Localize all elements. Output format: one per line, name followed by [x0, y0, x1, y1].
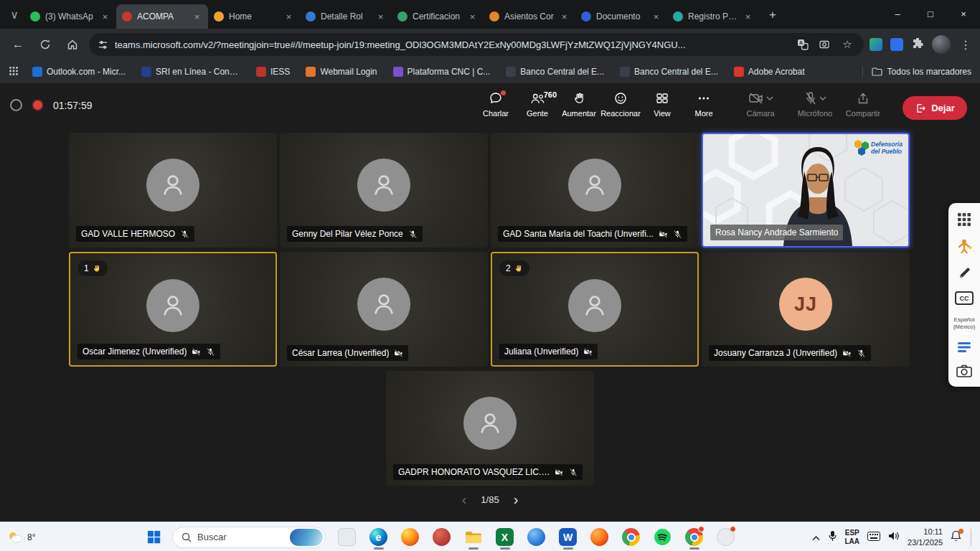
camera-capture-button[interactable] — [955, 364, 974, 377]
extension-icon[interactable] — [890, 38, 903, 51]
new-tab-button[interactable]: + — [763, 6, 782, 24]
blue-app-icon[interactable] — [524, 524, 549, 550]
bookmark-outlook[interactable]: Outlook.com - Micr... — [26, 63, 132, 80]
window-maximize-button[interactable]: □ — [914, 0, 947, 27]
tab-close-button[interactable]: × — [283, 11, 294, 22]
bookmark-banco-central-1[interactable]: Banco Central del E... — [499, 63, 611, 80]
bookmark-cnc[interactable]: Plataforma CNC | C... — [387, 63, 497, 80]
notification-bell[interactable] — [951, 530, 961, 545]
start-button[interactable] — [141, 525, 166, 550]
address-bar[interactable]: teams.microsoft.com/v2/?meetingjoin=true… — [89, 33, 864, 56]
participant-tile[interactable]: César Larrea (Unverified) — [280, 252, 488, 367]
tab-registro[interactable]: Registro Pag × — [667, 4, 759, 29]
show-desktop-button[interactable] — [971, 529, 973, 546]
tab-home[interactable]: Home × — [208, 4, 300, 29]
device-controls: Cámara Micrófono Compartir — [733, 90, 884, 129]
clock[interactable]: 10:11 23/1/2025 — [908, 527, 943, 547]
react-button[interactable]: Reaccionar — [600, 90, 641, 129]
notes-button[interactable] — [955, 342, 974, 353]
previous-page-button[interactable]: ‹ — [462, 492, 467, 507]
task-view-icon[interactable] — [334, 524, 359, 550]
bookmark-sri[interactable]: SRI en Línea - Cons... — [135, 63, 247, 80]
extensions-puzzle-icon[interactable] — [911, 37, 924, 52]
share-button[interactable]: Compartir — [842, 90, 884, 129]
participant-tile[interactable]: 1 Oscar Jimenez (Unverified) — [69, 252, 277, 367]
search-daily-image[interactable] — [290, 529, 323, 546]
tab-detalle-rol[interactable]: Detalle Rol × — [300, 4, 392, 29]
home-button[interactable] — [62, 34, 83, 55]
raise-hand-button[interactable]: Aumentar — [558, 90, 600, 129]
chevron-down-icon[interactable] — [819, 96, 826, 100]
site-info-icon[interactable] — [98, 39, 108, 50]
red-app-icon[interactable] — [429, 524, 454, 550]
touch-keyboard-icon[interactable] — [867, 531, 880, 544]
tab-close-button[interactable]: × — [559, 11, 570, 22]
bookmark-adobe[interactable]: Adobe Acrobat — [727, 63, 811, 80]
browser-menu-icon[interactable]: ⋮ — [958, 38, 973, 52]
chrome-active-icon[interactable] — [682, 524, 707, 550]
tab-search-icon[interactable]: ∨ — [6, 6, 23, 23]
participant-tile[interactable]: GADPR HONORATO VASQUEZ LIC. VI... — [386, 371, 594, 486]
participant-tile[interactable]: JJ Josuany Carranza J (Unverified) — [702, 252, 910, 367]
closed-captions-button[interactable]: CC — [955, 291, 974, 305]
window-close-button[interactable]: × — [947, 0, 980, 27]
tab-whatsapp[interactable]: (3) WhatsAp × — [24, 4, 116, 29]
participant-tile[interactable]: Genny Del Pilar Vélez Ponce — [280, 133, 488, 248]
translate-icon[interactable]: A — [795, 37, 811, 52]
firefox-icon[interactable] — [397, 524, 423, 550]
bookmark-star-icon[interactable]: ☆ — [839, 37, 855, 52]
bookmark-webmail[interactable]: Webmail Login — [299, 63, 383, 80]
profile-avatar[interactable] — [932, 35, 951, 54]
tab-acompa-active[interactable]: ACOMPA × — [116, 4, 208, 29]
bookmark-banco-central-2[interactable]: Banco Central del E... — [613, 63, 725, 80]
all-bookmarks[interactable]: Todos los marcadores — [862, 67, 971, 77]
people-button[interactable]: 760 Gente — [517, 90, 558, 129]
tab-asientos[interactable]: Asientos Cor × — [484, 4, 575, 29]
hidden-icons-chevron[interactable] — [812, 531, 820, 544]
tab-close-button[interactable]: × — [651, 11, 661, 22]
tab-close-button[interactable]: × — [743, 11, 753, 22]
tab-documento[interactable]: Documento × — [575, 4, 667, 29]
spotify-icon[interactable] — [650, 524, 675, 550]
leave-button[interactable]: Dejar — [903, 96, 967, 120]
bookmark-iess[interactable]: IESS — [250, 63, 296, 80]
volume-icon[interactable] — [888, 531, 900, 544]
apps-grid-button[interactable] — [955, 212, 974, 227]
chevron-down-icon[interactable] — [766, 96, 773, 100]
back-button[interactable]: ← — [7, 34, 29, 55]
excel-icon[interactable]: X — [492, 524, 517, 550]
tab-certificacion[interactable]: Certificacion × — [392, 4, 484, 29]
extension-icon[interactable] — [870, 38, 882, 51]
tab-close-button[interactable]: × — [467, 11, 478, 22]
word-icon[interactable]: W — [555, 524, 580, 550]
pen-button[interactable] — [955, 266, 974, 280]
taskbar-search-input[interactable]: Buscar — [172, 527, 326, 548]
chrome-icon[interactable] — [618, 524, 644, 550]
view-button[interactable]: View — [641, 90, 683, 129]
file-explorer-icon[interactable] — [461, 524, 486, 550]
refresh-button[interactable] — [34, 34, 56, 55]
participant-tile[interactable]: 2 Juliana (Unverified) — [491, 252, 699, 367]
orange-app-icon[interactable] — [587, 524, 612, 550]
participant-tile[interactable]: GAD VALLE HERMOSO — [69, 133, 277, 248]
mic-in-use-icon[interactable] — [828, 530, 837, 545]
tab-close-button[interactable]: × — [375, 11, 386, 22]
notification-app-icon[interactable] — [713, 524, 738, 550]
apps-grid-icon[interactable] — [9, 66, 19, 78]
more-button[interactable]: More — [683, 90, 725, 129]
chat-button[interactable]: Charlar — [475, 90, 517, 129]
participant-tile[interactable]: GAD Santa María del Toachi (Unverifi... — [491, 133, 699, 248]
participant-name: Rosa Nancy Andrade Sarmiento — [715, 227, 838, 237]
microphone-button[interactable]: Micrófono — [788, 90, 842, 129]
tab-close-button[interactable]: × — [192, 11, 202, 22]
weather-widget[interactable]: 8° — [7, 522, 35, 551]
camera-button[interactable]: Cámara — [733, 90, 788, 129]
tab-close-button[interactable]: × — [100, 11, 110, 22]
participant-tile-active-speaker[interactable]: Defensoría del Pueblo Rosa Nancy Andrade… — [702, 133, 910, 248]
keyboard-language-indicator[interactable]: ESPLAA — [845, 529, 860, 545]
edge-icon[interactable]: e — [366, 524, 391, 550]
next-page-button[interactable]: › — [514, 492, 519, 507]
image-search-icon[interactable] — [817, 37, 833, 52]
window-minimize-button[interactable]: – — [881, 0, 914, 27]
reaction-person-button[interactable] — [955, 238, 974, 255]
